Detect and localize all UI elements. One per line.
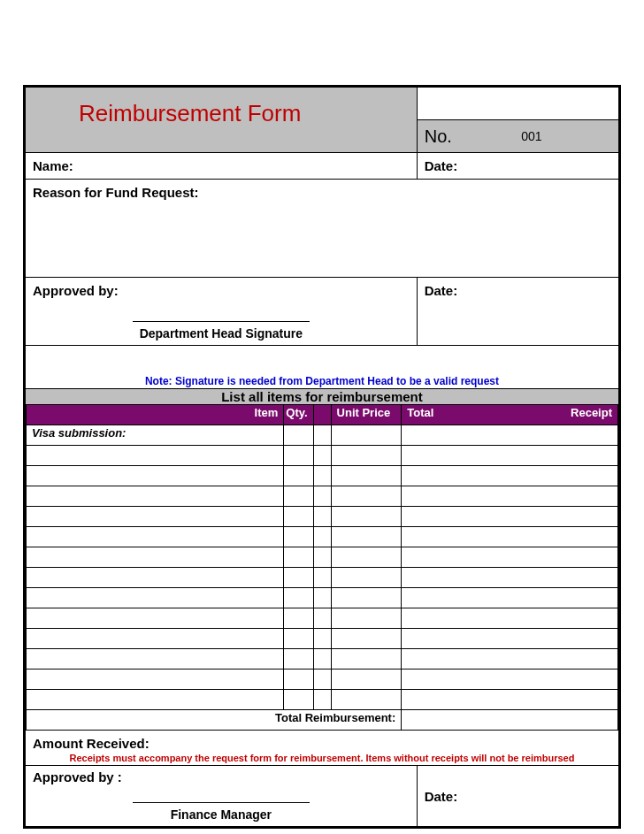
col-qty: Qty. <box>284 405 313 425</box>
number-blank <box>418 88 618 120</box>
col-unit: Unit Price <box>331 405 402 425</box>
col-receipt-text: Receipt <box>571 406 612 419</box>
dept-sig-block: Department Head Signature <box>26 303 417 345</box>
item-total[interactable] <box>402 425 618 446</box>
item-row <box>27 527 618 547</box>
dept-sig-line[interactable] <box>133 305 310 322</box>
items-table: Item Qty. Unit Price Total Receipt Visa … <box>26 404 618 731</box>
item-row <box>27 507 618 527</box>
form-outer-frame: Reimbursement Form No. 001 Name: Date: R… <box>23 85 621 829</box>
items-header-row: Item Qty. Unit Price Total Receipt <box>27 405 618 425</box>
dept-sig-caption: Department Head Signature <box>140 326 303 340</box>
amount-received-label: Amount Received: <box>26 731 618 751</box>
col-item: Item <box>27 405 284 425</box>
number-cell: No. 001 <box>417 88 618 153</box>
form-title: Reimbursement Form <box>79 100 417 127</box>
item-desc[interactable]: Visa submission: <box>27 425 284 446</box>
total-label: Total Reimbursement: <box>27 710 402 731</box>
item-row <box>27 547 618 568</box>
form-table: Reimbursement Form No. 001 Name: Date: R… <box>26 88 618 826</box>
no-value: 001 <box>452 129 611 143</box>
item-row <box>27 649 618 669</box>
item-row <box>27 446 618 466</box>
note-cell: Note: Signature is needed from Departmen… <box>26 346 618 389</box>
date-label-2: Date: <box>417 278 618 346</box>
total-row: Total Reimbursement: <box>27 710 618 731</box>
item-row <box>27 466 618 486</box>
col-total-text: Total <box>407 406 433 419</box>
number-row: No. 001 <box>418 120 618 152</box>
name-label: Name: <box>26 153 417 180</box>
red-note: Receipts must accompany the request form… <box>26 751 618 766</box>
approved-cell-1: Approved by: Department Head Signature <box>26 278 417 346</box>
item-row <box>27 588 618 608</box>
item-row <box>27 568 618 588</box>
item-row <box>27 629 618 649</box>
finance-sig-line[interactable] <box>133 786 310 803</box>
item-row <box>27 608 618 629</box>
total-value[interactable] <box>402 710 618 731</box>
item-row <box>27 486 618 507</box>
col-spacer <box>313 405 331 425</box>
item-row <box>27 669 618 690</box>
col-total-receipt: Total Receipt <box>402 405 618 425</box>
approved-cell-2: Approved by : Finance Manager <box>26 766 417 827</box>
approved-by-label-2: Approved by : <box>26 768 417 784</box>
finance-sig-caption: Finance Manager <box>171 807 272 822</box>
reason-label: Reason for Fund Request: <box>26 180 618 278</box>
no-label: No. <box>425 126 452 147</box>
date-label-1: Date: <box>417 153 618 180</box>
title-cell: Reimbursement Form <box>26 88 417 153</box>
approved-by-label-1: Approved by: <box>26 278 417 303</box>
items-section-header: List all items for reimbursement <box>26 389 618 405</box>
item-row <box>27 690 618 710</box>
finance-sig-block: Finance Manager <box>26 784 417 826</box>
item-gap[interactable] <box>313 425 331 446</box>
item-qty[interactable] <box>284 425 313 446</box>
item-row: Visa submission: <box>27 425 618 446</box>
items-area: Item Qty. Unit Price Total Receipt Visa … <box>26 404 618 731</box>
date-label-3: Date: <box>417 766 618 827</box>
item-unit[interactable] <box>331 425 402 446</box>
note-text: Note: Signature is needed from Departmen… <box>26 371 618 388</box>
